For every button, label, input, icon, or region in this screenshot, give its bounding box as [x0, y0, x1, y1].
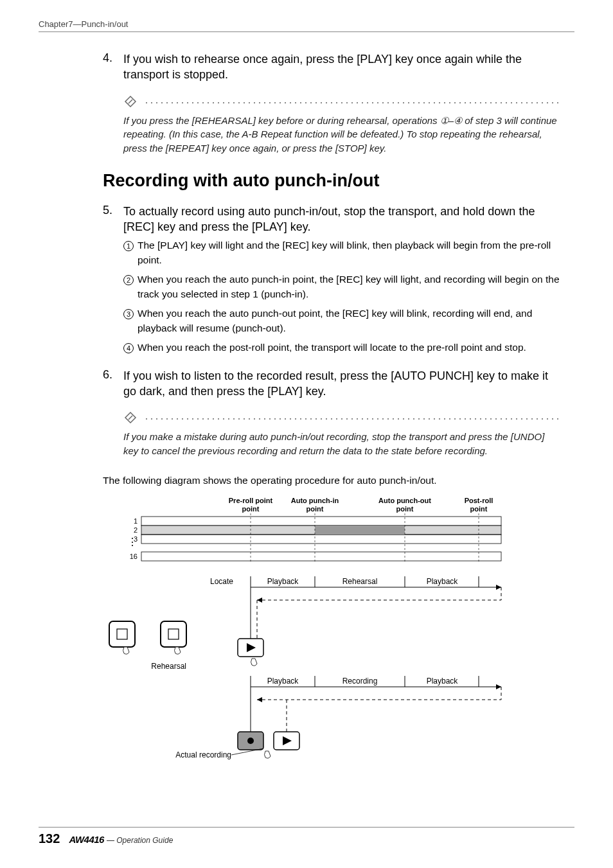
- circled-2-icon: 2: [123, 275, 134, 285]
- step-4: 4. If you wish to rehearse once again, p…: [103, 51, 562, 87]
- svg-text:point: point: [396, 505, 414, 513]
- svg-rect-17: [315, 526, 405, 535]
- svg-text:Recording: Recording: [342, 677, 378, 686]
- svg-text:2: 2: [134, 526, 138, 534]
- svg-line-3: [129, 416, 132, 420]
- page-number: 132: [39, 831, 60, 846]
- svg-point-54: [247, 738, 254, 744]
- product-logo: AW4416: [69, 834, 104, 845]
- note-1: If you press the [REHEARSAL] key before …: [123, 94, 562, 155]
- step-5-num: 5.: [103, 204, 123, 360]
- operation-guide-label: — Operation Guide: [107, 836, 173, 845]
- circled-1-icon: 1: [123, 241, 134, 251]
- punch-diagram: Pre-roll point point Auto punch-in point…: [103, 494, 562, 773]
- section-title: Recording with auto punch-in/out: [103, 171, 562, 191]
- svg-text:point: point: [306, 505, 324, 513]
- preroll-label: Pre-roll point: [229, 497, 273, 504]
- svg-text:3: 3: [134, 535, 138, 543]
- step-4-num: 4.: [103, 51, 123, 87]
- svg-text:16: 16: [130, 553, 138, 560]
- play-button-icon: [238, 639, 263, 666]
- punchout-label: Auto punch-out: [378, 497, 431, 504]
- svg-text:Playback: Playback: [427, 677, 459, 686]
- step-5-item-3: 3 When you reach the auto punch-out poin…: [123, 306, 562, 335]
- step-5-item-3-text: When you reach the auto punch-out point,…: [138, 306, 562, 335]
- svg-rect-10: [141, 535, 501, 544]
- svg-text:point: point: [242, 505, 260, 513]
- svg-marker-50: [257, 697, 262, 702]
- rec-button-icon: [238, 732, 263, 750]
- circled-3-icon: 3: [123, 309, 134, 319]
- svg-rect-8: [141, 517, 501, 526]
- rehearsal-row: Locate Playback Rehearsal Playback: [210, 576, 501, 639]
- svg-rect-37: [161, 621, 186, 647]
- step-5-item-4: 4 When you reach the post-roll point, th…: [123, 341, 562, 355]
- step-5-item-1-text: The [PLAY] key will light and the [REC] …: [138, 238, 562, 267]
- svg-text:Locate: Locate: [210, 577, 233, 586]
- svg-text:Playback: Playback: [267, 677, 299, 686]
- dotted-rule: [143, 418, 562, 420]
- rehearsal-button-icon: [161, 621, 186, 654]
- svg-text:point: point: [470, 505, 488, 513]
- note-2: If you make a mistake during auto punch-…: [123, 411, 562, 458]
- pencil-icon: [123, 94, 138, 111]
- punchin-label: Auto punch-in: [291, 497, 339, 504]
- step-6: 6. If you wish to listen to the recorded…: [103, 368, 562, 403]
- svg-text:Rehearsal: Rehearsal: [342, 577, 378, 586]
- track-grid: ⋮ 1 2 3 16: [127, 513, 501, 563]
- dotted-rule: [143, 102, 562, 103]
- svg-text:Playback: Playback: [427, 577, 459, 586]
- step-6-head: If you wish to listen to the recorded re…: [123, 368, 562, 400]
- note-1-text: If you press the [REHEARSAL] key before …: [123, 114, 562, 155]
- svg-rect-35: [109, 621, 135, 647]
- header-rule: [39, 31, 574, 32]
- note-2-text: If you make a mistake during auto punch-…: [123, 430, 562, 458]
- svg-text:1: 1: [134, 517, 138, 525]
- circled-4-icon: 4: [123, 343, 134, 353]
- chapter-header: Chapter7—Punch-in/out: [39, 19, 574, 31]
- step-5: 5. To actually record using auto punch-i…: [103, 204, 562, 360]
- rehearsal-button-label: Rehearsal: [151, 662, 186, 671]
- step-5-head: To actually record using auto punch-in/o…: [123, 204, 562, 235]
- svg-marker-49: [496, 684, 501, 689]
- svg-text:Playback: Playback: [267, 577, 299, 586]
- svg-rect-12: [141, 552, 501, 561]
- step-5-item-4-text: When you reach the post-roll point, the …: [138, 341, 526, 355]
- actual-recording-label: Actual recording: [175, 750, 231, 759]
- auto-punch-button-icon: [109, 621, 135, 654]
- svg-line-1: [129, 100, 132, 103]
- postroll-label: Post-roll: [465, 497, 493, 504]
- step-6-num: 6.: [103, 368, 123, 403]
- step-4-head: If you wish to rehearse once again, pres…: [123, 51, 562, 83]
- page-footer: 132 AW4416 — Operation Guide: [39, 827, 574, 846]
- step-5-item-1: 1 The [PLAY] key will light and the [REC…: [123, 238, 562, 267]
- play-button-icon: [265, 732, 300, 758]
- svg-marker-33: [257, 598, 262, 603]
- svg-marker-31: [496, 585, 501, 590]
- diagram-intro: The following diagram shows the operatin…: [103, 474, 562, 488]
- step-5-item-2-text: When you reach the auto punch-in point, …: [138, 272, 562, 301]
- step-5-item-2: 2 When you reach the auto punch-in point…: [123, 272, 562, 301]
- pencil-icon: [123, 411, 138, 427]
- recording-row: Playback Recording Playback: [251, 676, 501, 732]
